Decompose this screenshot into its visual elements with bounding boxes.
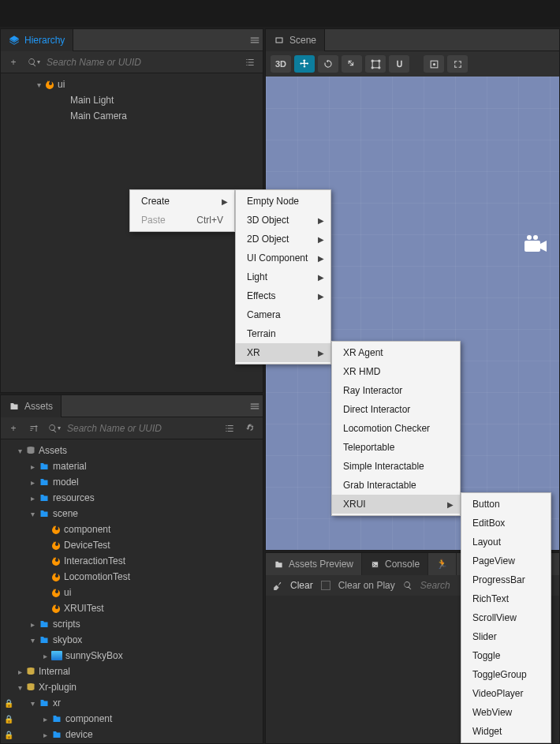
tree-item[interactable]: ▸Internal [1,664,263,679]
tree-item[interactable]: ui [1,585,263,600]
rect-tool-button[interactable] [365,55,386,73]
menu-item[interactable]: XR HMD [332,362,460,381]
hierarchy-search-input[interactable] [47,57,237,68]
caret-right-icon[interactable]: ▸ [28,494,37,503]
caret-down-icon[interactable]: ▾ [28,636,37,645]
tree-item[interactable]: component [1,522,263,537]
menu-item[interactable]: Simple Interactable [332,457,460,476]
caret-right-icon[interactable]: ▸ [40,652,50,660]
tree-item[interactable]: ▸resources [1,490,263,506]
menu-item[interactable]: Button [461,495,551,514]
tree-item[interactable]: ▸sunnySkyBox [1,648,263,664]
tree-item[interactable]: Main Camera [1,108,263,124]
menu-item[interactable]: ProgressBar [461,570,551,589]
menu-item[interactable]: 3D Object▶ [236,211,330,230]
tree-item[interactable]: ▾Assets [1,443,263,458]
tree-item[interactable]: LocomotionTest [1,569,263,585]
tree-item[interactable]: XRUITest [1,600,263,616]
rotate-tool-button[interactable] [318,55,338,73]
tree-item[interactable]: DeviceTest [1,537,263,553]
tree-item[interactable]: 🔒▸device [1,727,263,742]
tree-item[interactable]: 🔒▸component [1,711,263,727]
clear-on-play-checkbox[interactable] [321,581,330,590]
caret-right-icon[interactable]: ▸ [28,478,37,487]
move-tool-button[interactable] [294,55,315,73]
tree-item[interactable]: Main Light [1,92,263,108]
menu-item[interactable]: Direct Interactor [332,400,460,419]
menu-item[interactable]: Layout [461,533,551,551]
menu-item[interactable]: Teleportable [332,438,460,457]
caret-right-icon[interactable]: ▸ [28,462,37,471]
caret-right-icon[interactable]: ▸ [15,667,24,676]
caret-down-icon[interactable]: ▾ [15,447,24,455]
menu-item[interactable]: Terrain [236,324,330,343]
menu-item[interactable]: Light▶ [236,267,330,286]
menu-item[interactable]: Toggle [461,646,551,665]
caret-right-icon[interactable]: ▸ [40,715,50,723]
menu-item[interactable]: ToggleGroup [461,665,551,684]
caret-down-icon[interactable]: ▾ [34,80,43,89]
clear-button[interactable]: Clear [290,580,313,591]
caret-down-icon[interactable]: ▾ [15,683,24,692]
menu-item[interactable]: RichText [461,589,551,608]
caret-down-icon[interactable]: ▾ [28,699,37,708]
menu-item[interactable]: Empty Node [236,192,330,211]
tree-item[interactable]: ▸material [1,458,263,474]
refresh-icon[interactable] [242,421,258,436]
pivot-tool-button[interactable] [424,55,444,73]
search-icon[interactable]: ▾ [47,421,62,436]
menu-item[interactable]: XR Agent [332,343,460,362]
menu-item[interactable]: VideoPlayer [461,684,551,703]
tree-item[interactable]: ▾ui [1,77,263,92]
list-icon[interactable] [242,54,258,70]
tree-item[interactable]: 🔒▾xr [1,695,263,711]
tree-item[interactable]: ▸scripts [1,616,263,632]
menu-item[interactable]: WebView [461,703,551,722]
tree-item-label: model [51,477,79,488]
hierarchy-tab[interactable]: Hierarchy [1,29,73,51]
scale-tool-button[interactable] [342,55,362,73]
add-asset-icon[interactable]: + [6,421,21,436]
menu-item[interactable]: Ray Interactor [332,381,460,400]
search-icon[interactable]: ▾ [26,54,42,70]
hierarchy-menu-icon[interactable] [247,32,263,48]
menu-item[interactable]: Grab Interactable [332,476,460,495]
caret-right-icon[interactable]: ▸ [40,731,50,739]
menu-item[interactable]: 2D Object▶ [236,230,330,249]
menu-item[interactable]: Create▶ [130,192,234,211]
assets-preview-tab[interactable]: Assets Preview [266,553,362,575]
menu-item[interactable]: PageView [461,551,551,570]
tree-item[interactable]: ▾Xr-plugin [1,679,263,695]
menu-item[interactable]: UI Component▶ [236,249,330,267]
assets-menu-icon[interactable] [247,398,263,414]
menu-item[interactable]: XRUI▶ [332,495,460,514]
console-tab[interactable]: Console [362,553,428,575]
mode-3d-button[interactable]: 3D [271,55,291,73]
tree-item[interactable]: ▾scene [1,506,263,522]
tree-item[interactable]: ▾skybox [1,632,263,648]
menu-item[interactable]: EditBox [461,514,551,533]
snap-tool-button[interactable] [389,55,409,73]
scene-tab[interactable]: Scene [266,29,325,51]
menu-item[interactable]: Widget [461,722,551,741]
menu-item[interactable]: Slider [461,627,551,646]
menu-item[interactable]: XR▶ [236,343,330,362]
list-icon[interactable] [222,421,237,436]
tree-item[interactable]: InteractionTest [1,553,263,569]
menu-item-label: Empty Node [247,196,299,207]
assets-tab[interactable]: Assets [1,395,62,417]
add-node-icon[interactable]: + [6,54,21,70]
extra-tab-1[interactable]: 🏃 [428,553,457,575]
menu-item[interactable]: Effects▶ [236,286,330,305]
sort-icon[interactable] [26,421,42,436]
menu-item: PasteCtrl+V [130,211,234,230]
folder-icon [39,619,50,629]
menu-item[interactable]: Locomotion Checker [332,419,460,438]
caret-down-icon[interactable]: ▾ [28,510,37,518]
local-tool-button[interactable] [447,55,468,73]
menu-item[interactable]: ScrollView [461,608,551,627]
tree-item[interactable]: ▸model [1,474,263,490]
assets-search-input[interactable] [67,423,217,434]
menu-item[interactable]: Camera [236,305,330,324]
caret-right-icon[interactable]: ▸ [28,620,37,629]
